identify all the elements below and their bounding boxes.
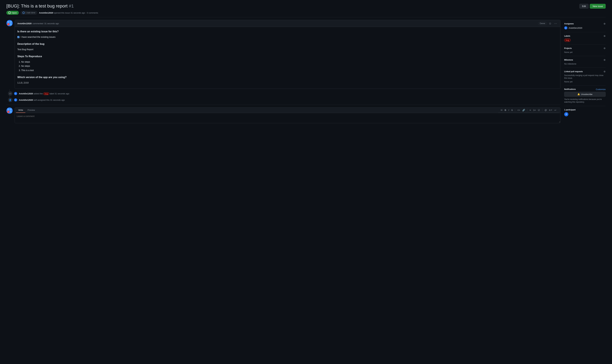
main-layout: AnishDe12020 commented 31 seconds ago Ow… bbox=[6, 20, 606, 123]
tab-bar: Write Preview H B I S <> 🔗 ≡ 1≡ ☑ bbox=[15, 108, 560, 113]
undo-button[interactable]: ↩ bbox=[554, 108, 557, 112]
issue-meta-text: AnishDe12020 opened this issue 31 second… bbox=[39, 12, 98, 14]
version-text: 1.1.0, 2.0.0 bbox=[17, 81, 558, 84]
label-icon: 🏷 bbox=[8, 91, 13, 96]
emoji-button[interactable]: ☺ bbox=[548, 22, 552, 25]
person-icon: 👤 bbox=[8, 98, 13, 102]
milestone-none: No milestone bbox=[564, 63, 576, 65]
milestone-title: Milestone bbox=[564, 59, 573, 61]
toolbar-divider-1 bbox=[515, 109, 515, 111]
section3-title: Steps To Reproduce bbox=[17, 54, 558, 58]
comment-body: Is there an existing issue for this? I h… bbox=[15, 27, 560, 89]
projects-none: None yet bbox=[564, 51, 573, 53]
projects-header: Projects ⚙ bbox=[564, 47, 606, 50]
sidebar-projects: Projects ⚙ None yet bbox=[564, 44, 606, 56]
issue-meta: ✓ Open 1 task done AnishDe12020 opened t… bbox=[6, 11, 606, 15]
timeline-event-label: 🏷 A AnishDe12020 added the bug label 31 … bbox=[6, 91, 560, 96]
description-text: Test Bug Report bbox=[17, 48, 558, 51]
header-buttons: Edit New issue bbox=[579, 4, 606, 9]
strikethrough-button[interactable]: S bbox=[511, 108, 513, 112]
content-area: AnishDe12020 commented 31 seconds ago Ow… bbox=[6, 20, 560, 123]
task-done-badge: 1 task done bbox=[21, 11, 37, 14]
timeline-text-2: AnishDe12020 self-assigned this 31 secon… bbox=[19, 99, 65, 101]
comment-action: commented bbox=[33, 22, 43, 25]
section2-title: Description of the bug bbox=[17, 42, 558, 46]
ordered-list-button[interactable]: 1≡ bbox=[533, 108, 536, 112]
participants-title: 1 participant bbox=[564, 109, 575, 111]
assignee-name: AnishDe12020 bbox=[569, 27, 582, 29]
italic-button[interactable]: I bbox=[508, 108, 510, 112]
sidebar-participants: 1 participant A bbox=[564, 106, 606, 119]
sidebar-notifications: Notifications Customize 🔔 Unsubscribe Yo… bbox=[564, 86, 606, 106]
projects-title: Projects bbox=[564, 47, 572, 49]
assignee-avatar: A bbox=[564, 26, 567, 29]
section4-title: Which version of the app are you using? bbox=[17, 75, 558, 79]
comment-textarea[interactable] bbox=[15, 113, 560, 123]
milestone-header: Milestone ⚙ bbox=[564, 59, 606, 61]
mention-button[interactable]: @ bbox=[544, 108, 547, 112]
assignees-title: Assignees bbox=[564, 23, 574, 25]
timeline-divider bbox=[6, 105, 560, 105]
assignees-header: Assignees ⚙ bbox=[564, 23, 606, 25]
comment-header: AnishDe12020 commented 31 seconds ago Ow… bbox=[15, 20, 560, 27]
tab-preview[interactable]: Preview bbox=[25, 108, 37, 113]
assignees-gear-button[interactable]: ⚙ bbox=[604, 23, 606, 25]
participants-row: A bbox=[564, 112, 606, 116]
link-button[interactable]: 🔗 bbox=[522, 108, 526, 112]
list-item: No steps bbox=[21, 64, 558, 68]
code-button[interactable]: <> bbox=[517, 108, 521, 112]
sidebar-linked-pr: Linked pull requests ⚙ Successfully merg… bbox=[564, 68, 606, 86]
labels-gear-button[interactable]: ⚙ bbox=[604, 35, 606, 37]
linked-pr-gear-button[interactable]: ⚙ bbox=[604, 70, 606, 73]
toolbar-divider-2 bbox=[527, 109, 527, 111]
issue-comments: 0 comments bbox=[87, 12, 98, 14]
timeline-author-1: AnishDe12020 bbox=[19, 92, 33, 95]
sidebar-assignees: Assignees ⚙ A AnishDe12020 bbox=[564, 20, 606, 32]
issue-title-text: [BUG]: This is a test bug report bbox=[6, 3, 67, 8]
projects-gear-button[interactable]: ⚙ bbox=[604, 47, 606, 50]
comment-header-left: AnishDe12020 commented 31 seconds ago bbox=[17, 22, 59, 25]
edit-button[interactable]: Edit bbox=[579, 4, 588, 9]
timeline-avatar-2: A bbox=[14, 98, 17, 102]
reference-button[interactable]: #↗ bbox=[548, 108, 553, 112]
list-item: This is a test bbox=[21, 68, 558, 72]
participant-avatar: A bbox=[564, 112, 568, 116]
linked-pr-none: None yet bbox=[564, 80, 606, 83]
timeline-event-assigned: 👤 A AnishDe12020 self-assigned this 31 s… bbox=[6, 98, 560, 102]
header-divider bbox=[6, 17, 606, 17]
page-title: [BUG]: This is a test bug report #1 bbox=[6, 3, 74, 9]
linked-pr-header: Linked pull requests ⚙ bbox=[564, 70, 606, 73]
bold-button[interactable]: B bbox=[504, 108, 507, 112]
toolbar: H B I S <> 🔗 ≡ 1≡ ☑ @ #↗ ↩ bbox=[498, 108, 559, 113]
comment-input-container: Write Preview H B I S <> 🔗 ≡ 1≡ ☑ bbox=[6, 107, 560, 123]
labels-title: Labels bbox=[564, 35, 570, 37]
comment-time: 31 seconds ago bbox=[44, 22, 59, 25]
comment-container: AnishDe12020 commented 31 seconds ago Ow… bbox=[6, 20, 560, 89]
heading-button[interactable]: H bbox=[500, 108, 503, 112]
current-user-avatar bbox=[6, 107, 13, 114]
searched-checkbox[interactable] bbox=[17, 36, 19, 38]
toolbar-divider-3 bbox=[542, 109, 542, 111]
task-list-button[interactable]: ☑ bbox=[537, 108, 541, 112]
linked-pr-title: Linked pull requests bbox=[564, 70, 583, 73]
timeline-text-1: AnishDe12020 added the bug label 31 seco… bbox=[19, 92, 69, 95]
milestone-gear-button[interactable]: ⚙ bbox=[604, 59, 606, 61]
customize-link[interactable]: Customize bbox=[596, 88, 606, 91]
section1-title: Is there an existing issue for this? bbox=[17, 29, 558, 34]
list-item: No steps bbox=[21, 60, 558, 64]
unsubscribe-button[interactable]: 🔔 Unsubscribe bbox=[564, 92, 606, 97]
issue-author: AnishDe12020 bbox=[39, 12, 53, 14]
more-options-button[interactable]: ⋯ bbox=[554, 22, 558, 25]
sidebar-milestone: Milestone ⚙ No milestone bbox=[564, 56, 606, 68]
issue-time: 31 seconds ago bbox=[70, 12, 85, 14]
task-icon bbox=[23, 12, 25, 14]
assignee-row: A AnishDe12020 bbox=[564, 26, 606, 29]
checkbox-label: I have searched the existing issues bbox=[21, 35, 55, 39]
new-issue-button[interactable]: New issue bbox=[590, 4, 606, 9]
linked-pr-note: Successfully merging a pull request may … bbox=[564, 74, 606, 79]
notification-note: You're receiving notifications because y… bbox=[564, 98, 606, 104]
issue-action: opened this issue bbox=[54, 12, 70, 14]
tab-write[interactable]: Write bbox=[16, 108, 25, 113]
bell-icon: 🔔 bbox=[577, 93, 580, 95]
unordered-list-button[interactable]: ≡ bbox=[529, 108, 532, 112]
